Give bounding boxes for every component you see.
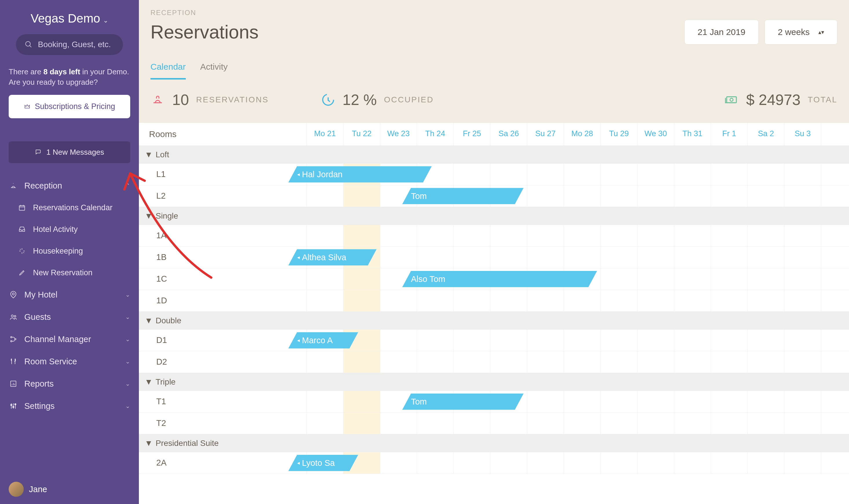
calendar-cell[interactable] [748, 413, 784, 434]
calendar-cell[interactable] [307, 351, 344, 373]
sidebar-item-new-reservation[interactable]: New Reservation [0, 262, 139, 284]
calendar-cell[interactable] [674, 290, 711, 311]
calendar-cell[interactable] [564, 247, 601, 268]
calendar-cell[interactable] [674, 225, 711, 246]
calendar-cell[interactable] [638, 452, 674, 474]
calendar-cell[interactable] [748, 290, 784, 311]
day-column-header[interactable]: Th 24 [417, 123, 454, 145]
calendar-cell[interactable] [454, 330, 490, 351]
booking-bar[interactable]: Tom [402, 188, 523, 204]
sidebar-item-settings[interactable]: Settings⌄ [0, 395, 139, 417]
calendar-cell[interactable] [417, 225, 454, 246]
room-label[interactable]: D2 [139, 351, 307, 373]
calendar-cell[interactable] [784, 351, 821, 373]
room-section-header[interactable]: ▼ Presidential Suite [139, 434, 849, 452]
calendar-cell[interactable] [380, 247, 417, 268]
calendar-cell[interactable] [564, 164, 601, 185]
subscriptions-pricing-button[interactable]: Subscriptions & Pricing [9, 95, 130, 118]
calendar-cell[interactable] [638, 185, 674, 207]
calendar-cell[interactable] [380, 330, 417, 351]
date-picker[interactable]: 21 Jan 2019 [685, 20, 759, 44]
calendar-cell[interactable] [638, 225, 674, 246]
room-label[interactable]: L1 [139, 164, 307, 185]
day-column-header[interactable]: Mo 21 [307, 123, 344, 145]
calendar-cell[interactable] [380, 290, 417, 311]
calendar-cell[interactable] [784, 225, 821, 246]
calendar-cell[interactable] [711, 351, 748, 373]
calendar-cell[interactable] [417, 330, 454, 351]
calendar-cell[interactable] [344, 268, 380, 290]
day-column-header[interactable]: Mo 28 [564, 123, 601, 145]
calendar-cell[interactable] [784, 413, 821, 434]
sidebar-item-guests[interactable]: Guests⌄ [0, 306, 139, 328]
calendar-cell[interactable] [784, 330, 821, 351]
calendar-cell[interactable] [601, 391, 638, 412]
calendar-cell[interactable] [674, 164, 711, 185]
calendar-cell[interactable] [748, 225, 784, 246]
calendar-cell[interactable] [307, 290, 344, 311]
calendar-cell[interactable] [564, 391, 601, 412]
room-label[interactable]: T2 [139, 413, 307, 434]
calendar-cell[interactable] [307, 268, 344, 290]
calendar-cell[interactable] [784, 247, 821, 268]
calendar-cell[interactable] [674, 330, 711, 351]
calendar-cell[interactable] [564, 351, 601, 373]
range-picker[interactable]: 2 weeks▴▾ [764, 20, 837, 44]
room-label[interactable]: D1 [139, 330, 307, 351]
calendar-cell[interactable] [527, 351, 564, 373]
calendar-cell[interactable] [490, 164, 527, 185]
calendar-cell[interactable] [638, 164, 674, 185]
calendar-cell[interactable] [380, 225, 417, 246]
calendar-cell[interactable] [638, 351, 674, 373]
tab-activity[interactable]: Activity [200, 57, 228, 79]
calendar-cell[interactable] [490, 225, 527, 246]
calendar-cell[interactable] [564, 225, 601, 246]
calendar-cell[interactable] [490, 290, 527, 311]
booking-bar[interactable]: Also Tom [402, 271, 597, 287]
calendar-cell[interactable] [417, 247, 454, 268]
calendar-cell[interactable] [638, 268, 674, 290]
room-label[interactable]: 2A [139, 452, 307, 474]
calendar-cell[interactable] [638, 330, 674, 351]
day-column-header[interactable]: Tu 22 [344, 123, 380, 145]
calendar-cell[interactable] [564, 290, 601, 311]
booking-bar[interactable]: ◂Althea Silva [289, 249, 377, 266]
tab-calendar[interactable]: Calendar [151, 57, 186, 79]
org-picker[interactable]: Vegas Demo⌄ [0, 0, 139, 34]
room-label[interactable]: T1 [139, 391, 307, 412]
calendar-cell[interactable] [601, 330, 638, 351]
day-column-header[interactable]: Th 31 [674, 123, 711, 145]
calendar-cell[interactable] [527, 330, 564, 351]
calendar-cell[interactable] [527, 225, 564, 246]
sidebar-item-my-hotel[interactable]: My Hotel⌄ [0, 284, 139, 306]
user-row[interactable]: Jane [0, 474, 139, 504]
sidebar-item-reports[interactable]: Reports⌄ [0, 373, 139, 395]
room-section-header[interactable]: ▼ Triple [139, 373, 849, 391]
calendar-cell[interactable] [344, 351, 380, 373]
calendar-cell[interactable] [638, 247, 674, 268]
room-section-header[interactable]: ▼ Double [139, 312, 849, 330]
calendar-cell[interactable] [711, 185, 748, 207]
calendar-cell[interactable] [307, 185, 344, 207]
calendar-cell[interactable] [674, 247, 711, 268]
calendar-cell[interactable] [638, 413, 674, 434]
calendar-cell[interactable] [307, 391, 344, 412]
calendar-cell[interactable] [564, 330, 601, 351]
calendar-cell[interactable] [454, 452, 490, 474]
calendar-cell[interactable] [601, 452, 638, 474]
calendar-cell[interactable] [674, 391, 711, 412]
calendar-cell[interactable] [601, 413, 638, 434]
calendar-cell[interactable] [454, 351, 490, 373]
room-section-header[interactable]: ▼ Loft [139, 146, 849, 164]
calendar-cell[interactable] [711, 268, 748, 290]
day-column-header[interactable]: Su 3 [784, 123, 821, 145]
calendar-cell[interactable] [748, 164, 784, 185]
room-label[interactable]: 1D [139, 290, 307, 311]
calendar-cell[interactable] [748, 247, 784, 268]
calendar-cell[interactable] [748, 330, 784, 351]
calendar-cell[interactable] [307, 225, 344, 246]
calendar-cell[interactable] [711, 164, 748, 185]
calendar-cell[interactable] [527, 391, 564, 412]
calendar-cell[interactable] [527, 290, 564, 311]
calendar-cell[interactable] [307, 413, 344, 434]
